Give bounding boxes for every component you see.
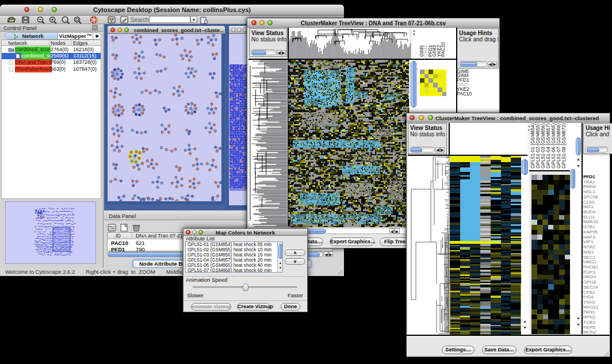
svg-text:PAC10: PAC10 (440, 42, 446, 57)
svg-text:GPL51-08 (GSM872): GPL51-08 (GSM872) (561, 123, 567, 168)
